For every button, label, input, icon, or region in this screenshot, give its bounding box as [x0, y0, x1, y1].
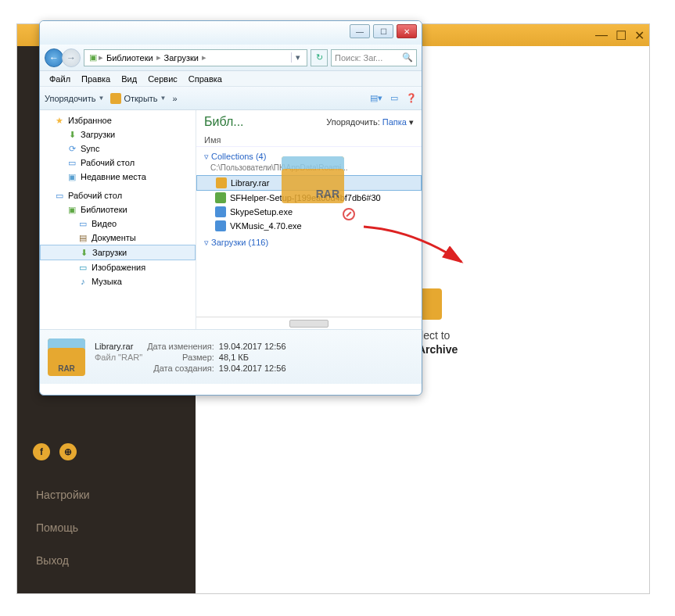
- back-button[interactable]: ←: [45, 48, 63, 67]
- breadcrumb[interactable]: Загрузки: [161, 53, 202, 63]
- close-button[interactable]: ✕: [634, 28, 644, 43]
- tree-music[interactable]: ♪Музыка: [40, 274, 196, 288]
- close-button[interactable]: ✕: [397, 24, 417, 38]
- facebook-icon[interactable]: f: [33, 443, 50, 460]
- document-icon: ▤: [77, 232, 88, 243]
- tree-videos[interactable]: ▭Видео: [40, 217, 196, 231]
- group-title-text: Collections (4): [211, 152, 266, 161]
- address-bar[interactable]: ▣ ▸ Библиотеки ▸ Загрузки ▸ ▾: [84, 49, 307, 66]
- tree-recent[interactable]: ▣Недавние места: [40, 170, 196, 184]
- explorer-titlebar[interactable]: — ☐ ✕: [40, 21, 422, 45]
- rar-icon: [216, 177, 227, 188]
- label: Музыка: [92, 277, 122, 286]
- tree-desktop[interactable]: ▭Рабочий стол: [40, 156, 196, 170]
- group-downloads[interactable]: ▿ Загрузки (116): [196, 233, 422, 249]
- horizontal-scrollbar[interactable]: [196, 317, 422, 329]
- explorer-window: — ☐ ✕ ← → ▣ ▸ Библиотеки ▸ Загрузки ▸ ▾ …: [39, 20, 422, 396]
- search-input[interactable]: Поиск: Заг... 🔍: [331, 49, 417, 66]
- created-label: Дата создания:: [147, 364, 214, 373]
- toolbar: Упорядочить ▼ Открыть ▼ » ▤▾ ▭ ❓: [40, 87, 422, 110]
- view-mode-icon[interactable]: ▤▾: [370, 93, 382, 103]
- maximize-button[interactable]: ☐: [616, 28, 627, 43]
- created-value: 19.04.2017 12:56: [219, 364, 286, 373]
- sort-control[interactable]: Упорядочить: Папка ▾: [326, 117, 414, 127]
- group-collections[interactable]: ▿ Collections (4): [196, 147, 422, 163]
- tree-libraries[interactable]: ▣Библиотеки: [40, 202, 196, 217]
- menu-bar: Файл Правка Вид Сервис Справка: [40, 71, 422, 87]
- menu-help[interactable]: Справка: [184, 74, 227, 84]
- library-header: Библ...: [204, 115, 244, 129]
- menu-file[interactable]: Файл: [45, 74, 75, 84]
- address-dropdown[interactable]: ▾: [291, 52, 303, 63]
- label: Рабочий стол: [68, 191, 122, 200]
- sort-value[interactable]: Папка: [382, 117, 407, 127]
- images-icon: ▭: [77, 262, 88, 273]
- label: Библиотеки: [81, 205, 127, 214]
- toolbar-more[interactable]: »: [173, 94, 178, 103]
- size-label: Размер:: [147, 353, 214, 362]
- library-icon: ▣: [66, 204, 77, 215]
- menu-help[interactable]: Помощь: [17, 515, 196, 540]
- scroll-thumb[interactable]: [289, 320, 329, 328]
- label: Недавние места: [81, 172, 146, 181]
- social-row: f ⊕: [17, 429, 196, 475]
- downloads-icon: ⬇: [66, 129, 77, 140]
- forward-button[interactable]: →: [62, 48, 81, 67]
- search-icon[interactable]: 🔍: [402, 52, 413, 63]
- details-pane: RAR Library.rar Дата изменения: 19.04.20…: [40, 329, 422, 384]
- desktop-icon: ▭: [54, 190, 65, 201]
- menu-edit[interactable]: Правка: [77, 74, 115, 84]
- globe-icon[interactable]: ⊕: [59, 443, 77, 460]
- tree-favorites[interactable]: ★Избранное: [40, 113, 196, 127]
- file-name: Library.rar: [231, 178, 269, 188]
- file-row[interactable]: SFHelper-Setup-[199ea00d4bf7db6#30: [196, 191, 422, 205]
- minimize-button[interactable]: —: [595, 28, 608, 42]
- column-header-name[interactable]: Имя: [196, 134, 422, 147]
- refresh-button[interactable]: ↻: [311, 49, 328, 66]
- folder-icon: ▣: [88, 52, 99, 63]
- exe-icon: [215, 206, 226, 217]
- breadcrumb[interactable]: Библиотеки: [103, 53, 156, 63]
- file-list[interactable]: Библ... Упорядочить: Папка ▾ Имя ▿ Colle…: [196, 110, 422, 329]
- tree-documents[interactable]: ▤Документы: [40, 231, 196, 245]
- label: Изображения: [92, 263, 145, 272]
- modified-label: Дата изменения:: [147, 342, 214, 351]
- label: Рабочий стол: [81, 158, 135, 167]
- open-button[interactable]: Открыть ▼: [110, 93, 166, 104]
- size-value: 48,1 КБ: [219, 353, 286, 362]
- help-icon[interactable]: ❓: [406, 93, 417, 103]
- desktop-icon: ▭: [66, 157, 77, 168]
- maximize-button[interactable]: ☐: [373, 24, 393, 38]
- menu-settings[interactable]: Настройки: [17, 482, 196, 507]
- organize-button[interactable]: Упорядочить ▼: [45, 94, 104, 103]
- tree-downloads-lib[interactable]: ⬇Загрузки: [40, 245, 196, 260]
- menu-exit[interactable]: Выход: [17, 548, 196, 573]
- tree-downloads[interactable]: ⬇Загрузки: [40, 127, 196, 141]
- label: Документы: [92, 233, 136, 242]
- menu-view[interactable]: Вид: [117, 74, 142, 84]
- video-icon: ▭: [77, 218, 88, 229]
- details-filename: Library.rar: [95, 342, 142, 351]
- label: Загрузки: [92, 248, 127, 257]
- minimize-button[interactable]: —: [350, 24, 370, 38]
- file-row[interactable]: VKMusic_4.70.exe: [196, 219, 422, 233]
- tree-desktop-root[interactable]: ▭Рабочий стол: [40, 188, 196, 202]
- label: Избранное: [68, 116, 112, 125]
- sort-label: Упорядочить:: [326, 117, 380, 127]
- file-row-library-rar[interactable]: Library.rar: [196, 175, 422, 191]
- file-name: SkypeSetup.exe: [230, 207, 293, 217]
- sync-icon: ⟳: [66, 143, 77, 154]
- navigation-tree[interactable]: ★Избранное ⬇Загрузки ⟳Sync ▭Рабочий стол…: [40, 110, 196, 329]
- chevron-down-icon: ▼: [98, 95, 104, 102]
- tree-sync[interactable]: ⟳Sync: [40, 141, 196, 156]
- file-row[interactable]: SkypeSetup.exe: [196, 205, 422, 219]
- tree-images[interactable]: ▭Изображения: [40, 260, 196, 274]
- label: Sync: [81, 144, 99, 153]
- modified-value: 19.04.2017 12:56: [219, 342, 286, 351]
- group-path: C:\Пользователи\ПК\AppData\Roami...: [196, 163, 422, 175]
- file-name: SFHelper-Setup-[199ea00d4bf7db6#30: [230, 193, 381, 202]
- menu-tools[interactable]: Сервис: [143, 74, 182, 84]
- preview-pane-icon[interactable]: ▭: [390, 93, 398, 103]
- places-icon: ▣: [66, 171, 77, 182]
- chevron-down-icon: ▼: [160, 95, 167, 102]
